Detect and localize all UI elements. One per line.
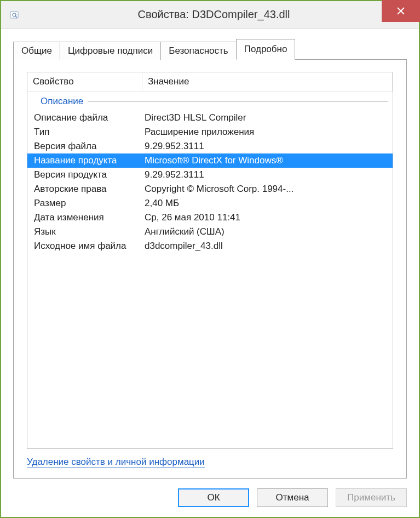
tabpanel-details: Свойство Значение Описание Описание файл… <box>13 59 407 479</box>
app-icon <box>9 9 20 20</box>
property-value: Copyright © Microsoft Corp. 1994-... <box>142 183 393 195</box>
property-value: Direct3D HLSL Compiler <box>142 112 393 124</box>
close-icon <box>396 7 405 15</box>
property-name: Язык <box>27 226 142 238</box>
property-value: Ср, 26 мая 2010 11:41 <box>142 212 393 224</box>
remove-properties-link[interactable]: Удаление свойств и личной информации <box>27 457 205 468</box>
property-row[interactable]: Дата измененияСр, 26 мая 2010 11:41 <box>27 210 393 225</box>
cancel-button[interactable]: Отмена <box>257 488 328 507</box>
property-row[interactable]: Исходное имя файлаd3dcompiler_43.dll <box>27 239 393 253</box>
tab-general[interactable]: Общие <box>13 42 60 60</box>
property-name: Название продукта <box>27 155 142 167</box>
property-value: 2,40 МБ <box>142 197 393 209</box>
property-row[interactable]: Авторские праваCopyright © Microsoft Cor… <box>27 182 393 196</box>
tab-security[interactable]: Безопасность <box>160 42 236 60</box>
header-property[interactable]: Свойство <box>27 72 142 91</box>
property-row[interactable]: Название продуктаMicrosoft® DirectX for … <box>27 153 393 168</box>
property-name: Дата изменения <box>27 212 142 224</box>
group-label-description: Описание <box>27 92 393 108</box>
property-row[interactable]: Размер2,40 МБ <box>27 196 393 210</box>
tab-strip: Общие Цифровые подписи Безопасность Подр… <box>13 38 407 59</box>
property-name: Версия продукта <box>27 169 142 181</box>
property-value: Английский (США) <box>142 226 393 238</box>
property-name: Тип <box>27 126 142 138</box>
property-row[interactable]: ЯзыкАнглийский (США) <box>27 225 393 239</box>
group-divider <box>88 101 388 102</box>
header-value[interactable]: Значение <box>142 72 393 91</box>
property-row[interactable]: Версия файла9.29.952.3111 <box>27 139 393 153</box>
property-name: Размер <box>27 197 142 209</box>
property-row[interactable]: ТипРасширение приложения <box>27 125 393 139</box>
property-value: Microsoft® DirectX for Windows® <box>142 155 393 167</box>
property-value: Расширение приложения <box>142 126 393 138</box>
property-row[interactable]: Описание файлаDirect3D HLSL Compiler <box>27 111 393 125</box>
titlebar: Свойства: D3DCompiler_43.dll <box>1 1 419 29</box>
property-name: Исходное имя файла <box>27 240 142 252</box>
property-name: Версия файла <box>27 140 142 152</box>
properties-dialog: Свойства: D3DCompiler_43.dll Общие Цифро… <box>0 0 420 518</box>
property-row[interactable]: Версия продукта9.29.952.3111 <box>27 168 393 182</box>
property-value: d3dcompiler_43.dll <box>142 240 393 252</box>
ok-button[interactable]: ОК <box>178 488 249 507</box>
tab-details[interactable]: Подробно <box>236 39 296 60</box>
dialog-buttons: ОК Отмена Применить <box>1 479 419 517</box>
list-header: Свойство Значение <box>27 72 393 92</box>
property-name: Авторские права <box>27 183 142 195</box>
property-value: 9.29.952.3111 <box>142 169 393 181</box>
property-value: 9.29.952.3111 <box>142 140 393 152</box>
close-button[interactable] <box>382 0 420 22</box>
property-name: Описание файла <box>27 112 142 124</box>
properties-list[interactable]: Свойство Значение Описание Описание файл… <box>27 72 393 449</box>
window-title: Свойства: D3DCompiler_43.dll <box>20 8 419 21</box>
apply-button[interactable]: Применить <box>336 488 407 507</box>
tab-digital-signatures[interactable]: Цифровые подписи <box>60 42 161 60</box>
